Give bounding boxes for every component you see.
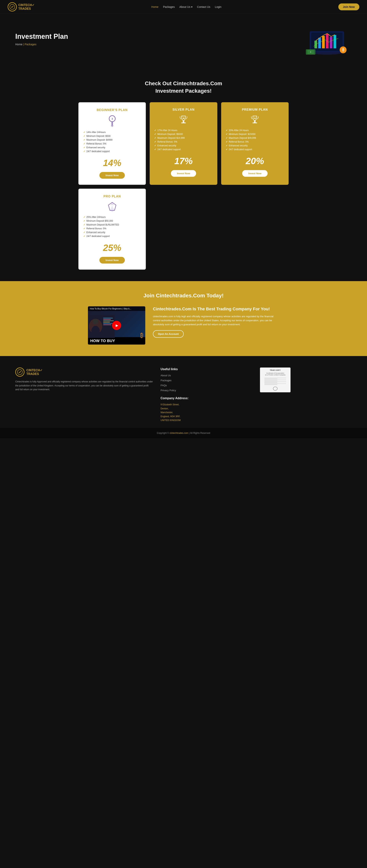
company-description: cintechtrades.com is fully legit and off…: [153, 315, 279, 327]
bitcoin-icon: ₿: [140, 332, 143, 339]
premium-plan-title: PREMIUM PLAN: [242, 108, 268, 112]
copyright-end: | All Rights Reserved: [188, 432, 210, 434]
feature-item: Minimum Deposit $50,000: [83, 220, 141, 222]
svg-text:$: $: [310, 51, 311, 53]
svg-rect-8: [330, 37, 332, 48]
nav-contactus[interactable]: Contact Us: [197, 5, 210, 8]
feature-item: Minimum Deposit: $15000: [226, 133, 284, 135]
silver-plan-title: SILVER PLAN: [173, 108, 194, 112]
premium-plan-card: PREMIUM PLAN ★ 20% After 24 Hours Minimu…: [221, 102, 288, 185]
nav-packages[interactable]: Packages: [163, 5, 175, 8]
svg-marker-26: [110, 203, 114, 205]
play-button[interactable]: [112, 321, 121, 330]
packages-title: Check Out Cintechtrades.Com Investment P…: [15, 80, 352, 95]
certificate-image: TRUE COPY Certificate of Incorporationas…: [260, 368, 290, 392]
feature-item: Referral Bonus: 5%: [226, 141, 284, 143]
beginners-invest-button[interactable]: Invest Now: [99, 172, 125, 179]
navbar: CINTECH✓ TRADES Home Packages About Us ▾…: [0, 0, 367, 14]
svg-marker-18: [111, 126, 114, 127]
feature-item: Referral Bonus: 5%: [83, 143, 141, 145]
beginners-features: 14% After 24Hours Minimum Deposit: $500 …: [83, 131, 141, 154]
copyright-text: Copyright ©: [157, 432, 170, 434]
feature-item: Minimum Deposit: $500: [83, 135, 141, 137]
breadcrumb-home[interactable]: Home: [15, 43, 22, 46]
nav-home[interactable]: Home: [151, 5, 158, 8]
join-heading: Join Cintechtrades.Com Today!: [15, 292, 352, 299]
feature-item: Enhanced security: [83, 146, 141, 149]
open-account-button[interactable]: Open An Account: [153, 330, 184, 338]
svg-rect-20: [181, 123, 186, 123]
logo-icon: [8, 2, 17, 11]
footer-about-text: Cintechtrades is fully Approved and offi…: [15, 380, 153, 392]
diamond-icon: [107, 201, 117, 213]
cert-title-text: TRUE COPY: [270, 369, 281, 371]
svg-rect-33: [103, 319, 111, 320]
svg-rect-32: [103, 318, 113, 318]
company-address-block: Company Address: 9 Elizabeth Street, Den…: [160, 397, 252, 422]
beginners-plan-card: BEGINNER'S PLAN 3 14% After 24Hours Mini…: [79, 102, 146, 185]
video-thumbnail[interactable]: How To Buy Bitcoin For Beginners | Step …: [88, 306, 145, 345]
footer-links: Useful links About Us Packages FAQs Priv…: [160, 368, 252, 422]
feature-item: 24/7 dedicated support: [83, 150, 141, 153]
svg-rect-36: [103, 323, 113, 324]
login-button[interactable]: Login: [215, 5, 221, 8]
premium-invest-button[interactable]: Invest Now: [242, 170, 268, 177]
hero-text: Investment Plan Home | Packages: [15, 32, 68, 46]
nav-aboutus[interactable]: About Us ▾: [179, 5, 192, 9]
silver-percent: 17%: [174, 156, 193, 166]
svg-rect-22: [254, 121, 255, 123]
logo-text: CINTECH✓ TRADES: [18, 3, 34, 10]
feature-item: Referral Bonus: 5%: [83, 227, 141, 230]
trophy2-icon: ★: [250, 115, 260, 126]
packages-section: Check Out Cintechtrades.Com Investment P…: [0, 68, 367, 281]
breadcrumb-current: Packages: [25, 43, 36, 46]
feature-item: 14% After 24Hours: [83, 131, 141, 133]
copyright-link[interactable]: cintechtrades.com: [170, 432, 188, 434]
svg-marker-27: [110, 206, 115, 212]
feature-item: Enhanced security: [83, 231, 141, 234]
trophy-icon: ★: [179, 115, 188, 126]
pro-features: 25% After 24Hours Minimum Deposit $50,00…: [83, 216, 141, 239]
premium-features: 20% After 24 Hours Minimum Deposit: $150…: [226, 129, 284, 152]
pro-invest-button[interactable]: Invest Now: [99, 257, 125, 264]
svg-text:3: 3: [112, 117, 113, 120]
pro-plan-card: PRO PLAN 25% After 24Hours Minimum Depos…: [79, 189, 146, 270]
feature-item: 17% After 24 Hours: [154, 129, 213, 132]
silver-plan-card: SILVER PLAN ★ 17% After 24 Hours Minimum…: [150, 102, 217, 185]
footer-bottom: Copyright © cintechtrades.com | All Righ…: [0, 428, 367, 438]
join-description: Cintechtrades.Com Is The Best Trading Co…: [153, 306, 279, 338]
footer-link-faqs[interactable]: FAQs: [160, 384, 167, 387]
silver-invest-button[interactable]: Invest Now: [171, 170, 196, 177]
svg-text:★: ★: [254, 117, 256, 120]
svg-rect-6: [322, 36, 325, 48]
footer-logo: CINTECH✓ TRADES: [15, 368, 153, 377]
hero-section: Investment Plan Home | Packages ₿: [0, 14, 367, 68]
footer-logo-text: CINTECH✓ TRADES: [26, 368, 42, 376]
svg-point-30: [93, 319, 98, 324]
feature-item: Maximum Deposit $49,899: [226, 137, 284, 139]
feature-item: Enhanced security: [154, 144, 213, 147]
svg-text:₿: ₿: [342, 48, 344, 52]
company-address-heading: Company Address:: [160, 397, 252, 400]
footer-link-packages[interactable]: Packages: [160, 379, 172, 382]
company-heading: Cintechtrades.Com Is The Best Trading Co…: [153, 306, 279, 312]
video-bottom-text: HOW TO BUY: [88, 337, 145, 345]
feature-item: Maximum Deposit $14,999: [154, 137, 213, 139]
logo[interactable]: CINTECH✓ TRADES: [8, 2, 34, 11]
nav-links: Home Packages About Us ▾ Contact Us Logi…: [151, 5, 221, 9]
feature-item: 24/7 dedicated support: [226, 148, 284, 151]
footer-link-privacy[interactable]: Privacy Policy: [160, 389, 176, 392]
breadcrumb: Home | Packages: [15, 43, 68, 46]
svg-rect-4: [314, 41, 317, 48]
silver-features: 17% After 24 Hours Minimum Deposit: $500…: [154, 129, 213, 152]
join-section: Join Cintechtrades.Com Today! How To Buy…: [0, 281, 367, 356]
premium-percent: 20%: [246, 156, 264, 166]
join-now-button[interactable]: Join Now: [338, 3, 359, 10]
useful-links-heading: Useful links: [160, 368, 252, 371]
feature-item: Referral Bonus: 5%: [154, 141, 213, 143]
svg-rect-35: [103, 322, 110, 322]
hero-illustration: ₿ $: [302, 22, 352, 57]
footer-link-about[interactable]: About Us: [160, 374, 171, 377]
beginners-percent: 14%: [103, 158, 121, 168]
medal-icon: 3: [107, 115, 117, 128]
